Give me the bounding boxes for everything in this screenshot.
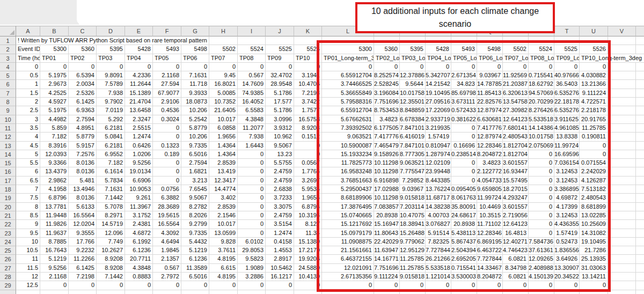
cell-S29[interactable]: 0 (529, 281, 554, 290)
cell-Q9[interactable]: 12.87974 (477, 106, 503, 115)
cell-D7[interactable]: 7.938 (97, 89, 125, 98)
cell-T7[interactable]: 6.535276 (554, 89, 580, 98)
cell-J30[interactable] (266, 290, 294, 294)
cell-G19[interactable]: 9.5067 (181, 194, 209, 202)
cell-K23[interactable]: 11.34 (294, 229, 322, 238)
cell-J12[interactable]: 10.962 (266, 133, 294, 141)
cell-I22[interactable]: 0 (238, 220, 266, 229)
cell-S6[interactable]: 18.62792 (529, 80, 554, 89)
cell-V13[interactable] (608, 142, 636, 150)
cell-U2[interactable]: 5526 (580, 45, 608, 54)
cell-L25[interactable]: 21.1561661 (322, 246, 374, 255)
cell-D2[interactable]: 5395 (97, 45, 125, 54)
cell-N16[interactable]: 7.775547 (400, 167, 426, 176)
cell-R18[interactable]: 18.27015 (503, 185, 529, 194)
cell-B30[interactable] (40, 290, 69, 294)
cell-F14[interactable]: 0.189 (153, 150, 181, 159)
cell-M1[interactable] (374, 36, 400, 45)
cell-H28[interactable]: 4.8195 (209, 273, 238, 281)
cell-P27[interactable]: 0.715541 (451, 264, 477, 273)
cell-G3[interactable]: TP06 (181, 54, 209, 63)
cell-C18[interactable]: 13.4946 (69, 185, 97, 194)
cell-R27[interactable]: 8.34798 (503, 264, 529, 273)
cell-C3[interactable]: TP02 (69, 54, 97, 63)
cell-U21[interactable]: 13.02285 (580, 211, 608, 220)
cell-P10[interactable]: 0.381622 (451, 115, 477, 124)
cell-B15[interactable]: 9.3366 (40, 159, 69, 167)
row-header-19[interactable]: 19 (0, 194, 16, 202)
cell-I29[interactable]: 0 (238, 281, 266, 290)
cell-R21[interactable]: 2.719056 (503, 211, 529, 220)
cell-T29[interactable]: 0 (554, 281, 580, 290)
column-header-d[interactable]: D (97, 26, 125, 36)
cell-R5[interactable]: 11.92569 (503, 71, 529, 80)
cell-D19[interactable]: 7.1442 (97, 194, 125, 202)
cell-B27[interactable]: 9.5256 (40, 264, 69, 273)
cell-V30[interactable] (608, 290, 636, 294)
cell-U27[interactable]: 31.03063 (580, 264, 608, 273)
cell-S30[interactable] (529, 290, 554, 294)
cell-K13[interactable]: 0 (294, 142, 322, 150)
cell-I18[interactable]: 0 (238, 185, 266, 194)
column-header-g[interactable]: G (181, 26, 209, 36)
cell-I8[interactable]: 16.4052 (238, 98, 266, 106)
cell-D14[interactable]: 6.9552 (97, 150, 125, 159)
cell-V7[interactable] (608, 89, 636, 98)
cell-B5[interactable]: 5.1975 (40, 71, 69, 80)
cell-D16[interactable]: 6.1614 (97, 167, 125, 176)
cell-V23[interactable] (608, 229, 636, 238)
row-header-29[interactable]: 29 (0, 281, 16, 290)
cell-G14[interactable]: 6.5016 (181, 150, 209, 159)
cell-W22[interactable] (636, 220, 644, 229)
cell-M12[interactable]: 7.417776 (374, 133, 400, 141)
cell-G10[interactable]: 5.2542 (181, 115, 209, 124)
cell-S2[interactable]: 5524 (529, 45, 554, 54)
row-header-21[interactable]: 21 (0, 211, 16, 220)
cell-L29[interactable]: 0 (322, 281, 374, 290)
cell-J28[interactable]: 16.1217 (266, 273, 294, 281)
cell-Q3[interactable]: TP06_Long-term_3deg (477, 54, 503, 63)
cell-R7[interactable]: 6.320613 (503, 89, 529, 98)
cell-M15[interactable]: 10.11298 (374, 159, 400, 167)
cell-G18[interactable]: 7.6545 (181, 185, 209, 194)
cell-H17[interactable]: 12.3417 (209, 177, 238, 185)
cell-D20[interactable]: 5.7078 (97, 203, 125, 211)
cell-R6[interactable]: 21.20387 (503, 80, 529, 89)
cell-L15[interactable]: 11.7825773 (322, 159, 374, 167)
cell-F3[interactable]: TP05 (153, 54, 181, 63)
cell-E22[interactable]: 2.4381 (125, 220, 153, 229)
cell-K21[interactable]: 10.3194 (294, 211, 322, 220)
row-header-12[interactable]: 12 (0, 133, 16, 141)
cell-S11[interactable]: 14.14386 (529, 124, 554, 133)
cell-V5[interactable] (608, 71, 636, 80)
cell-C20[interactable]: 5.6133 (69, 203, 97, 211)
cell-F27[interactable]: 0.567 (153, 264, 181, 273)
cell-M11[interactable]: 6.177505 (374, 124, 400, 133)
cell-C13[interactable]: 5.9157 (69, 142, 97, 150)
cell-T1[interactable] (554, 36, 580, 45)
cell-E15[interactable]: 9.5256 (125, 159, 153, 167)
cell-V14[interactable] (608, 150, 636, 159)
cell-M28[interactable]: 9.111224 (374, 273, 400, 281)
cell-U16[interactable]: 2.242029 (580, 167, 608, 176)
cell-O21[interactable]: 4.00703 (426, 211, 451, 220)
cell-T19[interactable]: 4.69872 (554, 194, 580, 202)
cell-M19[interactable]: 10.11298 (374, 194, 400, 202)
cell-T26[interactable]: 3.64926 (554, 255, 580, 263)
cell-M24[interactable]: 22.42029 (374, 238, 400, 246)
cell-Q27[interactable]: 14.33467 (477, 264, 503, 273)
cell-A28[interactable]: 12 (16, 273, 40, 281)
cell-A30[interactable] (16, 290, 40, 294)
cell-B19[interactable]: 6.8796 (40, 194, 69, 202)
cell-W1[interactable] (636, 36, 644, 45)
cell-K8[interactable]: 3.7422 (294, 98, 322, 106)
cell-P29[interactable]: 0 (451, 281, 477, 290)
cell-O25[interactable]: 7.727844 (426, 246, 451, 255)
cell-O1[interactable] (426, 36, 451, 45)
cell-M20[interactable]: 7.083857 (374, 203, 400, 211)
cell-B8[interactable]: 4.5927 (40, 98, 69, 106)
cell-N8[interactable]: 12.35501 (400, 98, 426, 106)
cell-K29[interactable]: 0 (294, 281, 322, 290)
cell-N21[interactable]: 10.47075 (400, 211, 426, 220)
cell-G9[interactable]: 10.206 (181, 106, 209, 115)
